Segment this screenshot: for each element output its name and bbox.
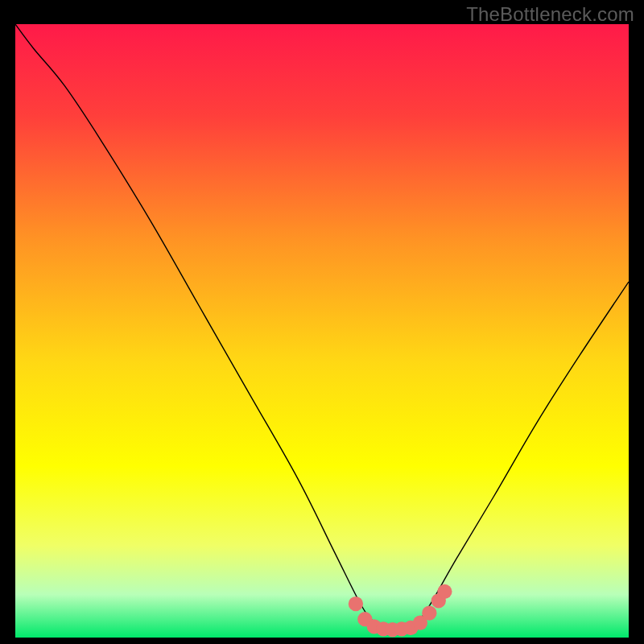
bottleneck-plot xyxy=(15,24,629,638)
gradient-rect xyxy=(15,24,629,638)
plot-svg xyxy=(15,24,629,638)
watermark-text: TheBottleneck.com xyxy=(466,3,634,26)
chart-frame: TheBottleneck.com xyxy=(0,0,644,644)
trough-marker xyxy=(349,597,363,611)
trough-marker xyxy=(422,605,436,620)
trough-marker xyxy=(437,584,452,599)
